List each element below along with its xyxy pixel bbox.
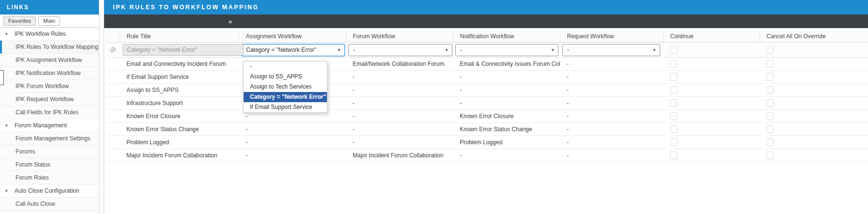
sidebar-item-ipk-rules-to-workflow-mapping[interactable]: IPK Rules To Workflow Mapping — [0, 41, 99, 54]
column-header-forum-workflow[interactable]: Forum Workflow — [346, 30, 453, 43]
column-header-rule-title[interactable]: Rule Title — [120, 30, 239, 43]
edit-row-icon[interactable]: M10.2 2.8 L13.2 5.8 L6 13 L2.8 13.2 L3 1… — [106, 71, 120, 84]
pointer-button[interactable]: M5.5 2.5 L12 9 H8.6 L10.4 13 L8.8 13.8 L… — [143, 17, 151, 25]
cancel-all-on-override-checkbox[interactable] — [766, 99, 774, 107]
cancel-all-on-override-checkbox[interactable] — [766, 125, 774, 133]
assignment-workflow-select[interactable]: Category = "Network Error"▼ — [241, 44, 345, 56]
cancel-all-on-override-checkbox[interactable] — [766, 73, 774, 81]
notification-workflow-cell[interactable]: Email & Connectivity Issues Forum Collab… — [453, 58, 560, 71]
rule-title-cell[interactable]: Email and Connectivity Incident Forum — [120, 58, 239, 71]
notification-workflow-cell[interactable]: Problem Logged — [453, 136, 560, 149]
continue-checkbox[interactable] — [670, 73, 677, 81]
forum-workflow-cell[interactable]: - — [346, 110, 453, 123]
forum-workflow-select[interactable]: -▼ — [348, 44, 452, 56]
tab-favorites[interactable]: Favorites — [3, 16, 36, 26]
column-header-notification-workflow[interactable]: Notification Workflow — [453, 30, 560, 43]
continue-checkbox[interactable] — [670, 138, 677, 146]
forum-workflow-cell[interactable]: - — [346, 84, 453, 97]
request-workflow-cell[interactable]: - — [560, 84, 663, 97]
column-header-continue[interactable]: Continue — [663, 30, 760, 43]
assignment-workflow-cell[interactable]: - — [239, 123, 346, 136]
delete-button[interactable]: M3.5 4.8 H12.5 M6 4.8 V3.2 H10 V4.8 M4.8… — [167, 17, 174, 25]
notification-workflow-cell[interactable]: - — [453, 71, 560, 84]
cancel-all-on-override-checkbox[interactable] — [766, 112, 774, 120]
cancel-all-on-override-checkbox[interactable] — [766, 86, 774, 94]
sidebar-item-forum-roles[interactable]: Forum Roles — [0, 171, 99, 184]
continue-checkbox[interactable] — [670, 125, 677, 133]
insert-column-right-button[interactable]: M4.5 3 V13 M7.5 3 V13 M10.5 3 V8.5 M9 11… — [213, 17, 221, 25]
forum-workflow-cell[interactable]: Email/Network Collaboration Forum — [346, 58, 453, 71]
forum-workflow-cell[interactable]: - — [346, 97, 453, 110]
edit-row-icon[interactable]: M10.2 2.8 L13.2 5.8 L6 13 L2.8 13.2 L3 1… — [106, 58, 120, 71]
cancel-all-on-override-checkbox[interactable] — [766, 152, 774, 159]
cancel-all-on-override-checkbox[interactable] — [766, 138, 774, 146]
dropdown-option-if-email-support-service[interactable]: If Email Support Service — [244, 102, 327, 112]
request-workflow-cell[interactable]: - — [560, 58, 663, 71]
rule-title-cell[interactable]: Known Error Status Change — [120, 123, 239, 136]
forum-workflow-cell[interactable]: - — [346, 71, 453, 84]
rule-title-cell[interactable]: Problem Logged — [120, 136, 239, 149]
collapse-panel-icon[interactable]: M3 3 L6.6 6.6 M6.6 6.6 V4.1 M6.6 6.6 H4.… — [66, 17, 73, 25]
sidebar-item-ipk-forum-workflow[interactable]: IPK Forum Workflow — [0, 80, 99, 93]
sidebar-item-ipk-assignment-workflow[interactable]: IPK Assignment Workflow — [0, 54, 99, 67]
dropdown-option-category-network-error[interactable]: Category = "Network Error" — [244, 92, 327, 102]
notification-workflow-cell[interactable]: Known Error Status Change — [453, 123, 560, 136]
rule-title-cell[interactable]: Known Error Closure — [120, 110, 239, 123]
request-workflow-cell[interactable]: - — [560, 136, 663, 149]
assignment-workflow-cell[interactable]: - — [239, 136, 346, 149]
sidebar-group-forum-management[interactable]: ▾Forum Management — [0, 119, 99, 132]
add-button[interactable]: M8 3 V13 M3 8 H13 — [155, 17, 163, 25]
continue-checkbox[interactable] — [670, 60, 677, 68]
request-workflow-cell[interactable]: - — [560, 110, 663, 123]
continue-checkbox[interactable] — [670, 112, 677, 120]
grid-settings-button[interactable]: M3 3 H6.8 V6.8 H3 Z M9.2 3 H13 V6.8 H9.2… — [225, 17, 232, 25]
tab-main[interactable]: Main — [38, 16, 60, 26]
insert-row-below-button[interactable]: M3 4.5 H13 M3 7.5 H13 M3 10.5 H8.5 M11.5… — [190, 17, 198, 25]
forum-workflow-cell[interactable]: Major Incident Forum Collaboration — [346, 149, 453, 162]
notification-workflow-cell[interactable]: - — [453, 149, 560, 162]
forum-workflow-cell[interactable]: - — [346, 123, 453, 136]
dropdown-option-assign-to-ss-apps[interactable]: Assign to SS_APPS — [244, 72, 327, 82]
request-workflow-select[interactable]: -▼ — [562, 44, 660, 56]
request-workflow-cell[interactable]: - — [560, 97, 663, 110]
notification-workflow-select[interactable]: -▼ — [455, 44, 558, 56]
edit-row-icon[interactable]: M10.2 2.8 L13.2 5.8 L6 13 L2.8 13.2 L3 1… — [106, 97, 120, 110]
home-button[interactable]: M2.5 8.5 L8 3.5 L13.5 8.5 M4.5 7.2 V13 H… — [120, 17, 128, 25]
notification-workflow-cell[interactable]: - — [453, 97, 560, 110]
dropdown-option-assign-to-tech-services[interactable]: Assign to Tech Services — [244, 82, 327, 92]
forum-workflow-cell[interactable]: - — [346, 136, 453, 149]
insert-column-left-button[interactable]: M4.5 3 V13 M7.5 3 V13 M10.5 3 V8.5 M13 1… — [202, 17, 209, 25]
rule-title-filter-input[interactable] — [123, 44, 244, 56]
column-header-assignment-workflow[interactable]: Assignment Workflow — [239, 30, 346, 43]
edit-row-icon[interactable]: M10.2 2.8 L13.2 5.8 L6 13 L2.8 13.2 L3 1… — [106, 149, 120, 162]
request-workflow-cell[interactable]: - — [560, 123, 663, 136]
sidebar-item-call-auto-close[interactable]: Call Auto Close — [0, 198, 99, 211]
column-header-request-workflow[interactable]: Request Workflow — [560, 30, 663, 43]
continue-checkbox[interactable] — [670, 99, 677, 107]
column-header-cancel-all-on-override[interactable]: Cancel All On Override — [760, 30, 868, 43]
sidebar-item-ipk-notification-workflow[interactable]: IPK Notification Workflow — [0, 67, 99, 80]
continue-checkbox[interactable] — [670, 86, 677, 94]
sidebar-group-auto-close-configuration[interactable]: ▾Auto Close Configuration — [0, 184, 99, 198]
cancel-all-on-override-checkbox[interactable] — [766, 60, 774, 68]
edit-row-icon[interactable]: M10.2 2.8 L13.2 5.8 L6 13 L2.8 13.2 L3 1… — [106, 136, 120, 149]
request-workflow-cell[interactable]: - — [560, 149, 663, 162]
edit-row-icon[interactable]: M10.2 2.8 L13.2 5.8 L6 13 L2.8 13.2 L3 1… — [106, 123, 120, 136]
sidebar-item-ipk-request-workflow[interactable]: IPK Request Workflow — [0, 93, 99, 106]
insert-row-above-button[interactable]: M3 4.5 H13 M3 7.5 H13 M3 10.5 H8.5 M11.5… — [178, 17, 186, 25]
assignment-workflow-cell[interactable]: - — [239, 149, 346, 162]
edit-row-icon[interactable]: M10.2 2.8 L13.2 5.8 L6 13 L2.8 13.2 L3 1… — [106, 84, 120, 97]
cancel-all-on-override-checkbox[interactable] — [766, 46, 774, 54]
sidebar-item-forum-status[interactable]: Forum Status — [0, 158, 99, 171]
edit-row-icon[interactable]: M10.2 2.8 L13.2 5.8 L6 13 L2.8 13.2 L3 1… — [106, 110, 120, 123]
sidebar-item-forums[interactable]: Forums — [0, 145, 99, 158]
collapse-button[interactable]: M4 12 L12 4 M4 12 h3 M4 12 v-3 M12 4 h-3… — [108, 17, 116, 25]
sidebar-item-forum-management-settings[interactable]: Forum Management Settings — [0, 132, 99, 145]
sidebar-item-call-fields-for-ipk-rules[interactable]: Call Fields for IPK Rules — [0, 106, 99, 119]
rule-title-cell[interactable]: Major Incident Forum Collaboration — [120, 149, 239, 162]
rule-title-cell[interactable]: If Email Support Service — [120, 71, 239, 84]
continue-checkbox[interactable] — [670, 152, 677, 159]
request-workflow-cell[interactable]: - — [560, 71, 663, 84]
continue-checkbox[interactable] — [670, 46, 677, 54]
sidebar-group-ipk-workflow-rules[interactable]: ▾IPK Workflow Rules — [0, 28, 99, 41]
